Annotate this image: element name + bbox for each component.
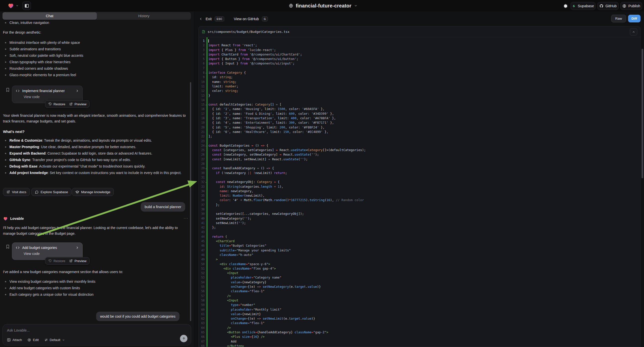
line-number: 28 — [199, 162, 205, 166]
fold-chevron-icon[interactable]: ⌄ — [205, 102, 207, 107]
code-line: 46 title="Budget Categories" — [199, 244, 640, 248]
exit-button[interactable]: Exit — [206, 17, 212, 21]
line-number: 24 — [199, 144, 205, 148]
code-text: }; — [208, 225, 216, 230]
prompt-input-box[interactable]: Ask Lovable... Attach Edit — [2, 324, 191, 346]
code-text: className="flex-1" — [208, 321, 264, 325]
code-line: 29⌄ const handleAddCategory = () => { — [199, 166, 640, 170]
code-line: 64 /> — [199, 326, 640, 330]
code-line: 35 limit: Number(newLimit), — [199, 194, 640, 198]
more-menu-button[interactable]: ... — [184, 215, 188, 219]
code-text: name: string; — [208, 80, 236, 84]
line-number: 26 — [199, 152, 205, 157]
assistant-intro-paragraph: I'll help you add budget categories to t… — [3, 225, 188, 236]
fold-chevron-icon[interactable]: ⌄ — [205, 70, 207, 75]
file-path-bar[interactable]: src/components/budget/BudgetCategories.t… — [199, 26, 640, 37]
list-item: GitHub Sync: Transfer your project's cod… — [0, 156, 190, 163]
code-line: 50 <div className="space-y-6"> — [199, 262, 640, 266]
restore-icon — [48, 259, 52, 262]
chevron-right-icon[interactable] — [76, 246, 79, 250]
code-line: 57 /> — [199, 294, 640, 298]
code-text: > — [208, 257, 218, 262]
restore-button[interactable]: Restore — [48, 259, 65, 263]
code-text: import { Input } from '@/components/ui/i… — [208, 61, 294, 66]
manage-knowledge-button[interactable]: Manage knowledge — [72, 188, 114, 196]
code-line: 10 name: string; — [199, 80, 640, 84]
collapse-file-button[interactable] — [630, 28, 637, 36]
code-editor[interactable]: 12import React from 'react';3import { Pl… — [199, 37, 640, 347]
chat-scrollbar[interactable] — [190, 82, 191, 321]
code-line: 8⌄interface Category { — [199, 70, 640, 75]
supabase-bolt-icon — [572, 4, 576, 8]
visit-docs-button[interactable]: Visit docs — [3, 188, 30, 196]
chat-scroll-area[interactable]: Clean, intuitive navigation For the desi… — [0, 12, 194, 347]
code-line: 40 setNewCategory(''); — [199, 216, 640, 221]
line-number: 43 — [199, 230, 205, 234]
view-code-link[interactable]: View code — [24, 252, 79, 256]
code-text: const [newLimit, setNewLimit] = React.us… — [208, 157, 308, 162]
view-code-link[interactable]: View code — [24, 95, 79, 99]
code-line: 28 — [199, 162, 640, 166]
raw-toggle-button[interactable]: Raw — [611, 15, 626, 22]
preview-button[interactable]: Preview — [69, 102, 86, 106]
line-number: 18 — [199, 116, 205, 120]
list-item: Clean typography with clear hierarchies — [0, 59, 189, 65]
code-text: <Input — [208, 298, 238, 303]
fold-chevron-icon[interactable]: ⌄ — [205, 144, 207, 148]
code-line: 23 — [199, 139, 640, 144]
external-link-icon — [69, 102, 73, 106]
app-window: financial-future-creator Supabase — [0, 0, 644, 347]
back-chevron-icon[interactable] — [199, 17, 203, 21]
line-number: 21 — [199, 130, 205, 134]
fold-chevron-icon[interactable]: ⌄ — [205, 166, 207, 170]
list-item: Minimalist interface with plenty of whit… — [0, 39, 189, 46]
line-number: 27 — [199, 157, 205, 162]
preview-button[interactable]: Preview — [69, 259, 86, 263]
top-bar: financial-future-creator Supabase — [0, 0, 644, 12]
view-on-github-button[interactable]: View on GitHub — [234, 17, 259, 21]
code-text: import ChartCard from '@/components/ui/C… — [208, 52, 302, 57]
line-number: 33 — [199, 184, 205, 189]
line-number: 36 — [199, 198, 205, 202]
fold-chevron-icon[interactable]: ⌄ — [205, 180, 207, 184]
explore-supabase-button[interactable]: Explore Supabase — [31, 188, 72, 196]
code-line: 51 <div className="flex gap-4"> — [199, 266, 640, 271]
restore-button[interactable]: Restore — [48, 102, 65, 106]
line-number: 15 — [199, 102, 205, 107]
mode-selector[interactable]: Default — [44, 338, 65, 342]
logo-chevron-down-icon[interactable] — [16, 4, 19, 7]
line-number: 6 — [199, 61, 205, 66]
github-button[interactable]: GitHub — [598, 2, 618, 10]
supabase-button[interactable]: Supabase — [570, 2, 596, 10]
lovable-logo-icon[interactable] — [8, 2, 14, 9]
bookmark-icon[interactable] — [6, 88, 10, 92]
ready-paragraph: Your sleek financial planner is now read… — [3, 113, 188, 124]
diff-toggle-button[interactable]: Diff — [628, 15, 641, 22]
added-paragraph: I've added a new budget categories manag… — [3, 269, 188, 275]
line-number: 61 — [199, 312, 205, 316]
edit-mode-button[interactable]: Edit — [28, 338, 38, 342]
project-switcher[interactable]: financial-future-creator — [289, 0, 358, 12]
chevron-right-icon[interactable] — [76, 89, 79, 92]
chat-bubble-icon — [35, 190, 38, 194]
code-text: const [categories, setCategories] = Reac… — [208, 148, 366, 152]
bookmark-icon[interactable] — [6, 244, 10, 249]
line-number: 7 — [199, 66, 205, 70]
supabase-label: Supabase — [578, 4, 594, 8]
code-text: <Plus size={16} /> — [208, 334, 264, 339]
chat-panel: Chat History Clean, intuitive navigation… — [0, 12, 194, 347]
code-line: 34 name: newCategory, — [199, 189, 640, 194]
code-line: 58 <Input — [199, 298, 640, 303]
code-line: 39 setCategories([...categories, newCate… — [199, 212, 640, 216]
code-text: value={newLimit} — [208, 312, 261, 316]
attach-button[interactable]: Attach — [7, 338, 22, 342]
code-scrollbar[interactable] — [642, 49, 643, 178]
sidebar-toggle-button[interactable] — [22, 2, 31, 10]
code-line: 54 value={newCategory} — [199, 280, 640, 284]
restore-preview-pill: Restore Preview — [45, 100, 90, 108]
send-button[interactable] — [180, 335, 188, 342]
settings-button[interactable] — [561, 2, 570, 10]
code-line: 31 — [199, 175, 640, 180]
whats-next-list: Refine & Customize: Tweak the design, an… — [0, 137, 190, 176]
publish-button[interactable]: Publish — [620, 2, 642, 10]
